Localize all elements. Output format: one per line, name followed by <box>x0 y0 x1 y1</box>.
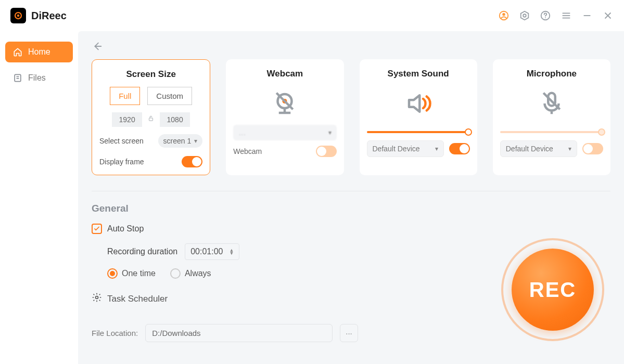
divider <box>92 191 610 191</box>
file-location-field[interactable]: D:/Downloads <box>145 324 333 342</box>
radio-icon <box>107 268 118 279</box>
card-title: Webcam <box>267 69 303 79</box>
microphone-toggle[interactable] <box>582 143 603 154</box>
lock-ratio-icon[interactable] <box>147 115 155 124</box>
record-ring <box>501 238 604 341</box>
sidebar-item-files[interactable]: Files <box>5 68 73 88</box>
svg-marker-4 <box>521 11 529 20</box>
brand: DiReec <box>10 8 67 23</box>
auto-stop-label: Auto Stop <box>107 224 144 233</box>
account-icon[interactable] <box>498 10 510 21</box>
file-location-value: D:/Downloads <box>152 329 200 337</box>
system-sound-slider[interactable] <box>367 131 470 133</box>
svg-point-24 <box>96 296 98 299</box>
chevron-down-icon: ▾ <box>194 137 197 145</box>
svg-point-7 <box>545 17 546 18</box>
chevron-down-icon: ▾ <box>328 129 332 136</box>
display-frame-toggle[interactable] <box>182 156 202 167</box>
stepper-icon: ▲▼ <box>229 249 234 255</box>
minimize-icon[interactable] <box>581 10 593 21</box>
sidebar-item-label: Files <box>28 73 46 83</box>
task-scheduler-label: Task Scheduler <box>107 294 168 304</box>
webcam-device-select[interactable]: … ▾ <box>233 125 336 140</box>
select-screen-label: Select screen <box>99 137 144 145</box>
screen-height-input[interactable] <box>160 112 190 127</box>
record-button[interactable]: REC <box>501 238 604 341</box>
close-icon[interactable] <box>602 10 614 21</box>
radio-always[interactable]: Always <box>170 268 211 279</box>
radio-label: One time <box>122 269 156 278</box>
microphone-slider[interactable] <box>500 131 603 133</box>
screen-select-value: screen 1 <box>163 137 192 145</box>
recording-duration-label: Recording duration <box>107 247 177 256</box>
screen-size-full-button[interactable]: Full <box>110 87 140 105</box>
source-cards: Screen Size Full Custom Select screen sc… <box>92 59 610 175</box>
svg-point-3 <box>502 13 505 16</box>
svg-point-5 <box>523 14 526 17</box>
sidebar-item-label: Home <box>28 47 50 57</box>
webcam-toggle[interactable] <box>316 146 337 157</box>
screen-size-custom-button[interactable]: Custom <box>147 87 192 105</box>
screen-select[interactable]: screen 1 ▾ <box>158 134 203 148</box>
webcam-label: Webcam <box>233 147 262 155</box>
display-frame-label: Display frame <box>99 158 144 166</box>
main-content: Screen Size Full Custom Select screen sc… <box>78 31 624 364</box>
card-screen-size: Screen Size Full Custom Select screen sc… <box>92 59 210 175</box>
system-sound-device-value: Default Device <box>373 145 420 153</box>
svg-point-1 <box>17 15 20 17</box>
svg-rect-18 <box>149 118 153 121</box>
file-location-label: File Location: <box>92 329 138 337</box>
sidebar-item-home[interactable]: Home <box>5 42 73 62</box>
chevron-down-icon: ▾ <box>568 145 571 152</box>
radio-label: Always <box>185 269 211 278</box>
radio-icon <box>170 268 181 279</box>
card-title: Screen Size <box>126 69 175 80</box>
file-location-browse-button[interactable]: ··· <box>340 324 358 342</box>
card-title: System Sound <box>388 69 449 79</box>
microphone-device-value: Default Device <box>506 145 553 153</box>
recording-duration-stepper[interactable]: 00:01:00 ▲▼ <box>185 243 239 260</box>
help-icon[interactable] <box>540 10 551 21</box>
chevron-down-icon: ▾ <box>435 145 438 152</box>
radio-one-time[interactable]: One time <box>107 268 156 279</box>
webcam-off-icon <box>271 88 299 119</box>
back-arrow-icon[interactable] <box>92 45 103 54</box>
system-sound-toggle[interactable] <box>449 143 470 154</box>
webcam-device-value: … <box>238 128 246 137</box>
speaker-icon <box>404 88 432 119</box>
system-sound-device-select[interactable]: Default Device ▾ <box>367 140 444 157</box>
auto-stop-checkbox[interactable] <box>92 224 102 234</box>
general-section-title: General <box>92 203 610 214</box>
microphone-device-select[interactable]: Default Device ▾ <box>500 140 577 157</box>
screen-width-input[interactable] <box>112 112 142 127</box>
titlebar: DiReec <box>0 0 624 31</box>
card-webcam: Webcam … ▾ Webcam <box>226 59 343 175</box>
files-icon <box>12 73 23 83</box>
gear-icon <box>92 292 102 305</box>
card-system-sound: System Sound Default Device ▾ <box>360 59 477 175</box>
app-name: DiReec <box>31 10 67 22</box>
recording-duration-value: 00:01:00 <box>190 247 223 256</box>
home-icon <box>12 47 23 57</box>
sidebar: Home Files <box>0 31 78 364</box>
microphone-off-icon <box>538 88 566 119</box>
menu-icon[interactable] <box>561 10 572 21</box>
card-title: Microphone <box>527 69 577 79</box>
card-microphone: Microphone Default Device ▾ <box>493 59 610 175</box>
window-controls <box>498 10 614 21</box>
settings-icon[interactable] <box>519 10 530 21</box>
app-logo-icon <box>10 8 26 23</box>
